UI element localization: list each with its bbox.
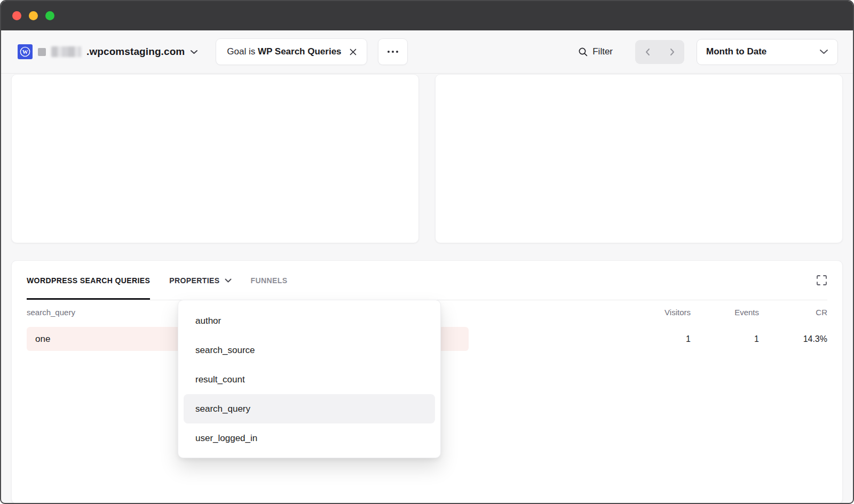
close-window-button[interactable] [12,11,21,20]
chevron-left-icon [645,48,650,56]
tab-wordpress-search-queries[interactable]: WORDPRESS SEARCH QUERIES [27,261,150,300]
goal-filter-text: Goal is WP Search Queries [227,46,341,57]
previous-period-button[interactable] [635,40,660,64]
menu-item-user-logged-in[interactable]: user_logged_in [184,423,435,453]
chevron-right-icon [670,48,675,56]
minimize-window-button[interactable] [29,11,38,20]
chart-card-right [435,74,843,243]
site-name-redacted [51,46,81,57]
close-icon [349,48,357,56]
column-header-visitors: Visitors [622,308,691,317]
menu-item-result-count[interactable]: result_count [184,365,435,394]
goal-filter-pill[interactable]: Goal is WP Search Queries [216,38,367,65]
window-controls [12,11,54,20]
header-bar: W .wpcomstaging.com Goal is WP Search Qu… [1,30,853,74]
main-content: WORDPRESS SEARCH QUERIES PROPERTIES FUNN… [1,74,853,504]
date-range-value: Month to Date [706,46,766,57]
chevron-down-icon [819,49,828,54]
breakdown-tabs: WORDPRESS SEARCH QUERIES PROPERTIES FUNN… [27,261,827,300]
filter-button[interactable]: Filter [578,46,613,57]
site-domain: .wpcomstaging.com [86,46,185,58]
tab-funnels[interactable]: FUNNELS [251,261,288,300]
chevron-down-icon [225,278,232,283]
more-filters-button[interactable] [378,38,408,65]
svg-text:W: W [22,49,28,55]
chevron-down-icon [190,50,198,54]
zoom-window-button[interactable] [45,11,54,20]
date-nav-arrows [635,40,684,64]
column-header-events: Events [691,308,759,317]
date-range-select[interactable]: Month to Date [697,39,838,65]
site-selector[interactable]: W .wpcomstaging.com [18,44,198,59]
search-icon [578,47,588,57]
row-query-label: one [35,334,50,345]
remove-filter-button[interactable] [349,48,357,56]
fullscreen-icon [816,275,827,286]
filter-label: Filter [592,46,613,57]
menu-item-search-query[interactable]: search_query [184,394,435,423]
site-favicon-placeholder [38,48,46,56]
row-cr-value: 14.3% [759,334,827,344]
menu-item-author[interactable]: author [184,306,435,335]
app-window: W .wpcomstaging.com Goal is WP Search Qu… [0,0,854,504]
ellipsis-icon [388,51,390,53]
next-period-button[interactable] [660,40,684,64]
title-bar [1,1,853,30]
wordpress-logo-icon: W [18,44,33,59]
column-header-cr: CR [759,308,827,317]
menu-item-search-source[interactable]: search_source [184,335,435,365]
properties-dropdown-menu: author search_source result_count search… [178,300,441,458]
row-visitors-value: 1 [622,334,691,344]
chart-cards-row [11,74,843,243]
row-events-value: 1 [691,334,759,344]
breakdown-card: WORDPRESS SEARCH QUERIES PROPERTIES FUNN… [11,260,843,504]
chart-card-left [11,74,419,243]
tab-properties[interactable]: PROPERTIES [169,261,231,300]
expand-card-button[interactable] [816,275,827,286]
